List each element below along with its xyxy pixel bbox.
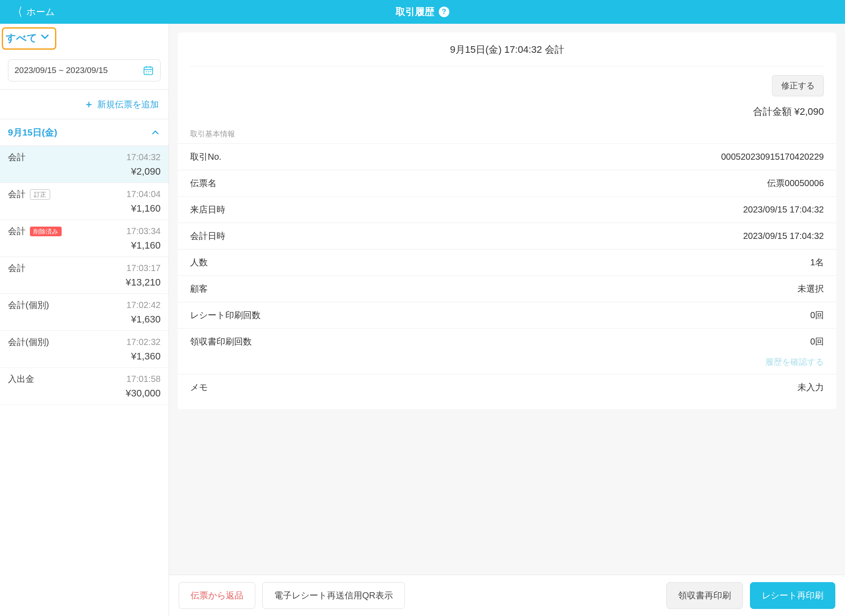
transaction-name-wrap: 会計(個別): [8, 299, 49, 311]
app-header: 〈 ホーム 取引履歴 ?: [0, 0, 845, 24]
filter-section: すべて 2023/09/15 ~ 2023/09/15: [0, 24, 169, 89]
transaction-line1: 会計17:04:32: [8, 151, 161, 163]
back-button[interactable]: 〈 ホーム: [12, 6, 55, 18]
add-slip-label: 新規伝票を追加: [97, 99, 159, 110]
transaction-name: 会計(個別): [8, 336, 49, 348]
info-label: 領収書印刷回数: [190, 336, 252, 348]
help-icon[interactable]: ?: [439, 7, 449, 17]
transaction-amount: ¥1,360: [8, 351, 161, 362]
transaction-row[interactable]: 会計17:04:32¥2,090: [0, 146, 169, 183]
transaction-line1: 入出金17:01:58: [8, 373, 161, 385]
info-value: 1名: [810, 257, 824, 268]
info-value: 0回: [810, 336, 824, 348]
page-title: 取引履歴 ?: [396, 5, 449, 18]
info-value: 未入力: [797, 381, 824, 393]
detail-card: 9月15日(金) 17:04:32 会計 修正する 合計金額 ¥2,090 取引…: [178, 33, 836, 409]
transaction-amount: ¥1,160: [8, 203, 161, 214]
info-label: 人数: [190, 257, 208, 268]
add-slip-button[interactable]: ＋ 新規伝票を追加: [0, 89, 169, 119]
info-list: 取引No.000520230915170420229伝票名伝票00050006来…: [178, 143, 836, 400]
receipt-reprint-button[interactable]: 領収書再印刷: [666, 582, 743, 609]
chevron-up-icon: [152, 130, 159, 135]
history-link[interactable]: 履歴を確認する: [765, 357, 824, 367]
transaction-row[interactable]: 会計(個別)17:02:42¥1,630: [0, 294, 169, 331]
info-label: 会計日時: [190, 230, 225, 242]
transaction-amount: ¥1,160: [8, 240, 161, 251]
info-label: レシート印刷回数: [190, 309, 261, 321]
filter-dropdown[interactable]: すべて: [2, 27, 56, 50]
svg-point-6: [150, 71, 151, 72]
history-link-row: 履歴を確認する: [178, 355, 836, 374]
transaction-amount: ¥30,000: [8, 388, 161, 399]
transaction-time: 17:03:34: [126, 226, 161, 236]
qr-reprint-button[interactable]: 電子レシート再送信用QR表示: [262, 582, 405, 609]
transaction-list: 会計17:04:32¥2,090会計訂正17:04:04¥1,160会計削除済み…: [0, 146, 169, 616]
transaction-name: 会計: [8, 188, 26, 200]
transaction-row[interactable]: 会計訂正17:04:04¥1,160: [0, 183, 169, 220]
svg-point-7: [146, 73, 147, 73]
info-value: 2023/09/15 17:04:32: [743, 231, 824, 241]
sidebar: すべて 2023/09/15 ~ 2023/09/15: [0, 24, 169, 616]
info-label: 伝票名: [190, 177, 217, 189]
transaction-time: 17:02:42: [126, 300, 161, 310]
info-row: 領収書印刷回数0回: [178, 328, 836, 355]
transaction-time: 17:02:32: [126, 337, 161, 347]
transaction-line1: 会計17:03:17: [8, 262, 161, 274]
transaction-name-wrap: 会計: [8, 151, 26, 163]
return-from-slip-button[interactable]: 伝票から返品: [179, 582, 255, 609]
transaction-row[interactable]: 会計17:03:17¥13,210: [0, 257, 169, 294]
info-row: 来店日時2023/09/15 17:04:32: [178, 196, 836, 223]
transaction-name: 会計: [8, 151, 26, 163]
plus-icon: ＋: [84, 98, 94, 111]
edit-button[interactable]: 修正する: [772, 75, 824, 96]
svg-point-8: [148, 73, 149, 73]
transaction-name: 会計: [8, 225, 26, 237]
status-badge: 削除済み: [30, 227, 62, 236]
info-value: 000520230915170420229: [721, 152, 824, 162]
transaction-name: 会計(個別): [8, 299, 49, 311]
transaction-time: 17:03:17: [126, 263, 161, 273]
transaction-row[interactable]: 入出金17:01:58¥30,000: [0, 368, 169, 405]
transaction-amount: ¥2,090: [8, 166, 161, 177]
transaction-name-wrap: 会計: [8, 262, 26, 274]
day-header-label: 9月15日(金): [8, 126, 57, 139]
day-header[interactable]: 9月15日(金): [0, 119, 169, 146]
info-value: 0回: [810, 309, 824, 321]
transaction-name: 入出金: [8, 373, 34, 385]
date-range-input[interactable]: 2023/09/15 ~ 2023/09/15: [8, 59, 161, 81]
return-from-slip-label: 伝票から返品: [191, 590, 243, 600]
section-title: 取引基本情報: [178, 129, 836, 143]
section-title-text: 取引基本情報: [190, 130, 235, 138]
page-title-text: 取引履歴: [396, 5, 434, 18]
info-value: 未選択: [797, 283, 824, 295]
date-range-value: 2023/09/15 ~ 2023/09/15: [15, 66, 108, 75]
total-label: 合計金額: [753, 106, 792, 117]
info-label: 顧客: [190, 283, 208, 295]
info-row: 会計日時2023/09/15 17:04:32: [178, 223, 836, 249]
filter-label: すべて: [6, 31, 37, 45]
info-row: 人数1名: [178, 249, 836, 275]
svg-point-5: [148, 71, 149, 72]
info-row: 取引No.000520230915170420229: [178, 143, 836, 170]
bottom-bar: 伝票から返品 電子レシート再送信用QR表示 領収書再印刷 レシート再印刷: [169, 575, 845, 616]
qr-reprint-label: 電子レシート再送信用QR表示: [274, 590, 393, 600]
info-value: 2023/09/15 17:04:32: [743, 205, 824, 215]
info-row: 顧客未選択: [178, 275, 836, 302]
transaction-name-wrap: 会計(個別): [8, 336, 49, 348]
main-panel: 9月15日(金) 17:04:32 会計 修正する 合計金額 ¥2,090 取引…: [169, 24, 845, 616]
chevron-down-icon: [41, 34, 49, 40]
detail-header: 9月15日(金) 17:04:32 会計: [178, 33, 836, 66]
info-row: 伝票名伝票00050006: [178, 170, 836, 196]
transaction-name-wrap: 入出金: [8, 373, 34, 385]
transaction-row[interactable]: 会計(個別)17:02:32¥1,360: [0, 331, 169, 368]
info-label: メモ: [190, 381, 208, 393]
transaction-name-wrap: 会計削除済み: [8, 225, 62, 237]
total-amount: ¥2,090: [794, 106, 824, 117]
print-reprint-label: レシート再印刷: [762, 590, 823, 600]
print-reprint-button[interactable]: レシート再印刷: [750, 582, 835, 609]
transaction-line1: 会計(個別)17:02:32: [8, 336, 161, 348]
transaction-amount: ¥1,630: [8, 314, 161, 325]
chevron-left-icon: 〈: [14, 6, 22, 18]
svg-point-4: [146, 71, 147, 72]
transaction-row[interactable]: 会計削除済み17:03:34¥1,160: [0, 220, 169, 257]
